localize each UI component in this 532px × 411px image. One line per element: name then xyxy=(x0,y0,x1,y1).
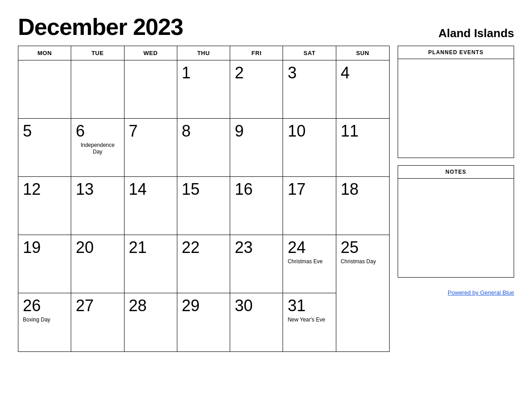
day-number: 29 xyxy=(182,297,200,315)
day-number: 20 xyxy=(76,239,94,257)
day-cell-inner: 29 xyxy=(182,297,225,315)
day-cell: 19 xyxy=(18,235,71,293)
day-number: 10 xyxy=(287,122,305,140)
day-cell-inner: 14 xyxy=(129,180,172,198)
day-number: 6 xyxy=(76,122,85,140)
day-number: 11 xyxy=(341,122,359,140)
month-title: December 2023 xyxy=(18,13,183,40)
day-number: 3 xyxy=(287,64,296,82)
day-number: 28 xyxy=(129,297,147,315)
day-number: 21 xyxy=(129,239,147,257)
day-cell: 6Independence Day xyxy=(71,119,124,177)
day-cell: 21 xyxy=(124,235,177,293)
powered-by-link[interactable]: Powered by General Blue xyxy=(448,289,514,296)
day-number: 18 xyxy=(341,180,359,198)
day-of-week-sat: SAT xyxy=(283,46,336,60)
day-cell: 5 xyxy=(18,119,71,177)
day-cell-inner: 25Christmas Day xyxy=(341,239,385,265)
day-cell-inner: 17 xyxy=(287,180,331,198)
day-cell: 4 xyxy=(336,60,389,119)
day-cell-inner: 4 xyxy=(341,64,385,82)
day-cell: 20 xyxy=(71,235,124,293)
day-cell-inner: 30 xyxy=(235,297,278,315)
day-cell: 14 xyxy=(124,177,177,235)
day-cell: 23 xyxy=(230,235,283,293)
day-number: 5 xyxy=(23,122,32,140)
notes-header: NOTES xyxy=(398,166,514,179)
day-cell xyxy=(71,60,124,119)
day-cell: 1 xyxy=(177,60,230,119)
powered-by: Powered by General Blue xyxy=(398,289,514,296)
main-content: MONTUEWEDTHUFRISATSUN 123456Independence… xyxy=(18,46,514,352)
day-cell: 22 xyxy=(177,235,230,293)
day-of-week-wed: WED xyxy=(124,46,177,60)
day-number: 15 xyxy=(182,180,200,198)
day-cell: 13 xyxy=(71,177,124,235)
day-cell xyxy=(18,60,71,119)
day-cell: 29 xyxy=(177,293,230,351)
day-cell-inner: 19 xyxy=(23,239,66,257)
day-cell-inner: 3 xyxy=(287,64,331,82)
day-label: Christmas Eve xyxy=(287,258,322,265)
day-cell-inner: 13 xyxy=(76,180,119,198)
day-cell: 30 xyxy=(230,293,283,351)
day-cell-inner: 7 xyxy=(129,122,172,140)
day-cell-inner: 20 xyxy=(76,239,119,257)
day-cell-inner: 6Independence Day xyxy=(76,122,119,156)
day-number: 25 xyxy=(341,239,359,257)
day-cell: 10 xyxy=(283,119,336,177)
day-number: 7 xyxy=(129,122,138,140)
day-cell-inner: 11 xyxy=(341,122,385,140)
day-number: 16 xyxy=(235,180,253,198)
notes-content xyxy=(398,179,514,277)
day-cell-inner: 27 xyxy=(76,297,119,315)
region-title: Aland Islands xyxy=(438,26,514,40)
day-number: 19 xyxy=(23,239,41,257)
day-of-week-mon: MON xyxy=(18,46,71,60)
calendar: MONTUEWEDTHUFRISATSUN 123456Independence… xyxy=(18,46,390,352)
day-number: 2 xyxy=(235,64,244,82)
day-number: 23 xyxy=(235,239,253,257)
day-number: 31 xyxy=(287,297,305,315)
sidebar: PLANNED EVENTS NOTES Powered by General … xyxy=(398,46,514,352)
day-number: 22 xyxy=(182,239,200,257)
day-label: Christmas Day xyxy=(341,258,376,265)
day-number: 13 xyxy=(76,180,94,198)
day-cell-inner: 18 xyxy=(341,180,385,198)
day-cell: 24Christmas Eve xyxy=(283,235,336,293)
day-label: New Year's Eve xyxy=(287,317,325,324)
day-cell-inner: 23 xyxy=(235,239,278,257)
day-number: 17 xyxy=(287,180,305,198)
day-cell-inner: 16 xyxy=(235,180,278,198)
day-cell-inner: 26Boxing Day xyxy=(23,297,66,323)
notes-box: NOTES xyxy=(398,165,514,278)
day-cell-inner: 1 xyxy=(182,64,225,82)
day-of-week-fri: FRI xyxy=(230,46,283,60)
day-cell: 26Boxing Day xyxy=(18,293,71,351)
day-cell: 9 xyxy=(230,119,283,177)
day-number: 30 xyxy=(235,297,253,315)
day-cell: 31New Year's Eve xyxy=(283,293,336,351)
day-of-week-tue: TUE xyxy=(71,46,124,60)
day-cell: 2 xyxy=(230,60,283,119)
day-cell: 16 xyxy=(230,177,283,235)
day-cell: 12 xyxy=(18,177,71,235)
day-cell: 27 xyxy=(71,293,124,351)
planned-events-content xyxy=(398,59,514,158)
day-cell: 17 xyxy=(283,177,336,235)
day-cell-inner: 28 xyxy=(129,297,172,315)
day-of-week-thu: THU xyxy=(177,46,230,60)
day-cell: 28 xyxy=(124,293,177,351)
day-cell-inner: 2 xyxy=(235,64,278,82)
day-cell-inner: 31New Year's Eve xyxy=(287,297,331,323)
day-cell-inner: 15 xyxy=(182,180,225,198)
planned-events-header: PLANNED EVENTS xyxy=(398,46,514,59)
calendar-grid: 123456Independence Day789101112131415161… xyxy=(18,60,389,351)
day-cell: 7 xyxy=(124,119,177,177)
day-cell-inner: 24Christmas Eve xyxy=(287,239,331,265)
day-number: 27 xyxy=(76,297,94,315)
day-cell: 3 xyxy=(283,60,336,119)
day-cell: 11 xyxy=(336,119,389,177)
calendar-header: MONTUEWEDTHUFRISATSUN xyxy=(18,46,389,60)
day-number: 1 xyxy=(182,64,191,82)
